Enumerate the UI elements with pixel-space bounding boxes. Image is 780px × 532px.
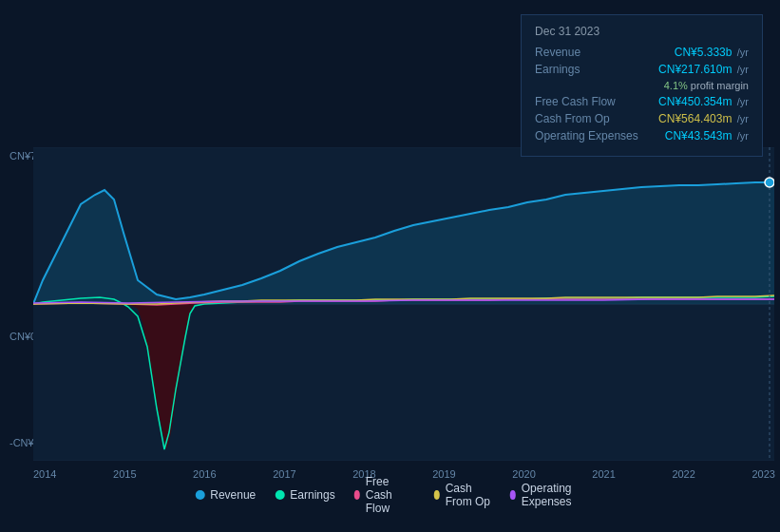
legend-label-cashop: Cash From Op <box>446 482 491 508</box>
legend-label-revenue: Revenue <box>210 488 256 502</box>
tooltip-label-cashop: Cash From Op <box>535 112 639 125</box>
legend-item-fcf: Free Cash Flow <box>354 475 415 515</box>
tooltip-row-cashop: Cash From Op CN¥564.403m /yr <box>535 112 749 125</box>
x-label-2022: 2022 <box>672 468 694 480</box>
tooltip-row-opex: Operating Expenses CN¥43.543m /yr <box>535 129 749 142</box>
tooltip-value-cashop: CN¥564.403m /yr <box>658 112 749 125</box>
legend-item-cashop: Cash From Op <box>434 482 491 508</box>
x-label-2023: 2023 <box>751 468 774 480</box>
tooltip-label-revenue: Revenue <box>535 46 639 59</box>
tooltip-profit-margin: 4.1% profit margin <box>664 80 749 91</box>
legend-label-fcf: Free Cash Flow <box>366 475 415 515</box>
legend-dot-revenue <box>195 490 204 500</box>
tooltip-label-opex: Operating Expenses <box>535 129 639 142</box>
tooltip-row-earnings: Earnings CN¥217.610m /yr <box>535 63 749 76</box>
tooltip-box: Dec 31 2023 Revenue CN¥5.333b /yr Earnin… <box>521 14 763 157</box>
tooltip-label-earnings: Earnings <box>535 63 639 76</box>
legend-label-earnings: Earnings <box>290 488 334 502</box>
y-label-mid: CN¥0 <box>10 331 36 342</box>
tooltip-value-fcf: CN¥450.354m /yr <box>658 95 749 108</box>
svg-point-5 <box>765 178 774 187</box>
tooltip-label-fcf: Free Cash Flow <box>535 95 639 108</box>
tooltip-value-earnings: CN¥217.610m /yr <box>658 63 749 76</box>
legend-item-revenue: Revenue <box>195 488 256 502</box>
chart-legend: Revenue Earnings Free Cash Flow Cash Fro… <box>195 475 585 515</box>
tooltip-row-revenue: Revenue CN¥5.333b /yr <box>535 46 749 59</box>
tooltip-value-revenue: CN¥5.333b /yr <box>675 46 749 59</box>
legend-dot-cashop <box>434 490 440 500</box>
tooltip-date: Dec 31 2023 <box>535 25 749 38</box>
legend-item-earnings: Earnings <box>275 488 334 502</box>
legend-dot-opex <box>510 490 516 500</box>
tooltip-value-opex: CN¥43.543m /yr <box>665 129 749 142</box>
legend-dot-earnings <box>275 490 284 500</box>
tooltip-row-margin: 4.1% profit margin <box>535 80 749 91</box>
chart-svg <box>33 147 774 461</box>
x-label-2014: 2014 <box>33 468 56 480</box>
x-label-2021: 2021 <box>592 468 615 480</box>
tooltip-row-fcf: Free Cash Flow CN¥450.354m /yr <box>535 95 749 108</box>
legend-label-opex: Operating Expenses <box>522 482 585 508</box>
x-label-2015: 2015 <box>113 468 136 480</box>
chart-container: Dec 31 2023 Revenue CN¥5.333b /yr Earnin… <box>0 0 780 532</box>
legend-item-opex: Operating Expenses <box>510 482 585 508</box>
legend-dot-fcf <box>354 490 360 500</box>
